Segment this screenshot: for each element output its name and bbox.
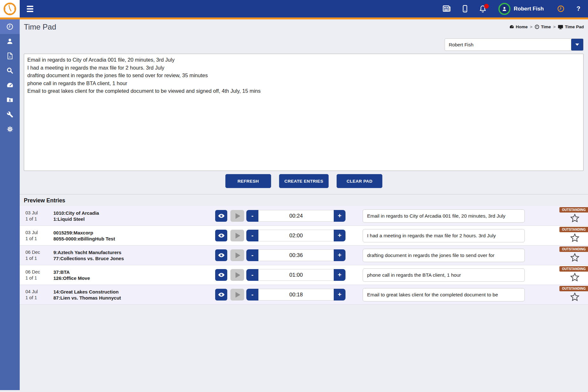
breadcrumb-home[interactable]: Home xyxy=(509,24,528,29)
entry-count: 1 of 1 xyxy=(25,216,53,222)
fee-earner-select-value: Robert Fish xyxy=(445,42,474,47)
duration-input[interactable] xyxy=(258,230,334,241)
entry-date: 06 Dec xyxy=(25,269,53,275)
decrease-duration-button[interactable]: - xyxy=(246,230,258,241)
user-icon xyxy=(6,38,13,45)
eye-icon xyxy=(218,232,225,239)
favorite-star-icon[interactable] xyxy=(570,233,580,243)
refresh-button[interactable]: REFRESH xyxy=(225,174,271,188)
clock-logo-icon xyxy=(3,2,17,16)
breadcrumb-time-pad: Time Pad xyxy=(558,24,584,30)
news-button[interactable] xyxy=(443,5,451,12)
top-navbar: Robert Fish ? xyxy=(0,0,588,17)
start-timer-button[interactable] xyxy=(230,249,244,261)
start-timer-button[interactable] xyxy=(230,230,244,241)
navbar-right-cluster: Robert Fish ? xyxy=(443,3,588,15)
fee-earner-select[interactable]: Robert Fish xyxy=(445,38,584,51)
clock-icon xyxy=(6,23,13,30)
page-header: Time Pad Home > Time xyxy=(20,19,588,34)
duration-input[interactable] xyxy=(258,269,334,281)
sidebar-item-contacts[interactable] xyxy=(0,34,20,49)
view-entry-button[interactable] xyxy=(215,230,227,241)
entry-client: 9:Aztech Yacht Manufacturers xyxy=(53,249,215,255)
favorite-star-icon[interactable] xyxy=(570,213,580,223)
view-entry-button[interactable] xyxy=(215,269,227,281)
play-icon xyxy=(236,253,240,258)
entry-date: 04 Jul xyxy=(25,289,53,295)
menu-hamburger-button[interactable] xyxy=(27,6,33,12)
entry-client: 37:BTA xyxy=(53,269,215,275)
contacts-folder-icon xyxy=(6,96,13,103)
sidebar-item-documents[interactable] xyxy=(0,49,20,63)
increase-duration-button[interactable]: + xyxy=(334,210,345,222)
start-timer-button[interactable] xyxy=(230,269,244,281)
eye-icon xyxy=(218,252,225,259)
eye-icon xyxy=(218,212,225,220)
view-entry-button[interactable] xyxy=(215,289,227,301)
app-logo xyxy=(0,0,20,17)
eye-icon xyxy=(218,271,225,279)
view-entry-button[interactable] xyxy=(215,210,227,222)
status-badge: OUTSTANDING xyxy=(559,227,588,232)
entry-client: 1010:City of Arcadia xyxy=(53,210,215,216)
status-badge: OUTSTANDING xyxy=(559,207,588,213)
decrease-duration-button[interactable]: - xyxy=(246,210,258,222)
entry-description-input[interactable] xyxy=(363,268,525,282)
sidebar-item-clients[interactable] xyxy=(0,92,20,107)
entry-matter: 1:Liquid Steel xyxy=(53,216,215,222)
sidebar-item-search[interactable] xyxy=(0,63,20,78)
decrease-duration-button[interactable]: - xyxy=(246,269,258,281)
time-pad-textarea[interactable]: Email in regards to City of Arcadia 001 … xyxy=(24,54,584,171)
sidebar-item-settings[interactable] xyxy=(0,122,20,136)
favorite-star-icon[interactable] xyxy=(570,292,580,302)
status-badge: OUTSTANDING xyxy=(559,247,588,252)
pad-actions: REFRESH CREATE ENTRIES CLEAR PAD xyxy=(20,174,588,188)
entry-client: 0015259:Maxcorp xyxy=(53,230,215,236)
entry-matter: 77:Collections vs. Bruce Jones xyxy=(53,255,215,261)
favorite-star-icon[interactable] xyxy=(570,253,580,263)
preview-entry-row: 03 Jul 1 of 1 0015259:Maxcorp 8055-0000:… xyxy=(20,226,588,246)
duration-input[interactable] xyxy=(258,249,334,261)
increase-duration-button[interactable]: + xyxy=(334,289,345,301)
newspaper-icon xyxy=(443,5,451,12)
duration-input[interactable] xyxy=(258,289,334,301)
icon-sidebar xyxy=(0,19,20,390)
search-icon xyxy=(6,67,13,74)
sidebar-item-tools[interactable] xyxy=(0,107,20,122)
sidebar-item-dashboard[interactable] xyxy=(0,78,20,92)
increase-duration-button[interactable]: + xyxy=(334,269,345,281)
user-avatar[interactable] xyxy=(498,3,510,15)
mobile-app-button[interactable] xyxy=(463,5,467,12)
entry-description-input[interactable] xyxy=(363,288,525,301)
timer-button[interactable] xyxy=(557,5,564,12)
sidebar-item-time[interactable] xyxy=(0,19,20,34)
entry-date: 06 Dec xyxy=(25,249,53,255)
breadcrumb-time[interactable]: Time xyxy=(535,24,551,29)
decrease-duration-button[interactable]: - xyxy=(246,249,258,261)
duration-input[interactable] xyxy=(258,210,334,222)
entry-description-input[interactable] xyxy=(363,249,525,262)
notifications-button[interactable] xyxy=(479,5,486,13)
favorite-star-icon[interactable] xyxy=(570,273,580,282)
clear-pad-button[interactable]: CLEAR PAD xyxy=(337,174,382,188)
duration-stepper: - + xyxy=(246,230,345,241)
entry-count: 1 of 1 xyxy=(25,295,53,301)
view-entry-button[interactable] xyxy=(215,249,227,261)
entry-client: 14:Great Lakes Construction xyxy=(53,289,215,295)
entry-count: 1 of 1 xyxy=(25,255,53,261)
status-badge: OUTSTANDING xyxy=(559,266,588,272)
create-entries-button[interactable]: CREATE ENTRIES xyxy=(279,174,329,188)
increase-duration-button[interactable]: + xyxy=(334,249,345,261)
entry-description-input[interactable] xyxy=(363,229,525,242)
decrease-duration-button[interactable]: - xyxy=(246,289,258,301)
increase-duration-button[interactable]: + xyxy=(334,230,345,241)
fee-earner-select-caret-button[interactable] xyxy=(571,39,583,51)
start-timer-button[interactable] xyxy=(230,289,244,301)
notification-badge-dot xyxy=(484,4,489,9)
help-button[interactable]: ? xyxy=(577,5,580,12)
navbar-user-name[interactable]: Robert Fish xyxy=(514,6,544,12)
preview-entries-title: Preview Entries xyxy=(24,197,588,204)
chevron-down-icon xyxy=(575,44,579,46)
entry-description-input[interactable] xyxy=(363,209,525,223)
start-timer-button[interactable] xyxy=(230,210,244,222)
